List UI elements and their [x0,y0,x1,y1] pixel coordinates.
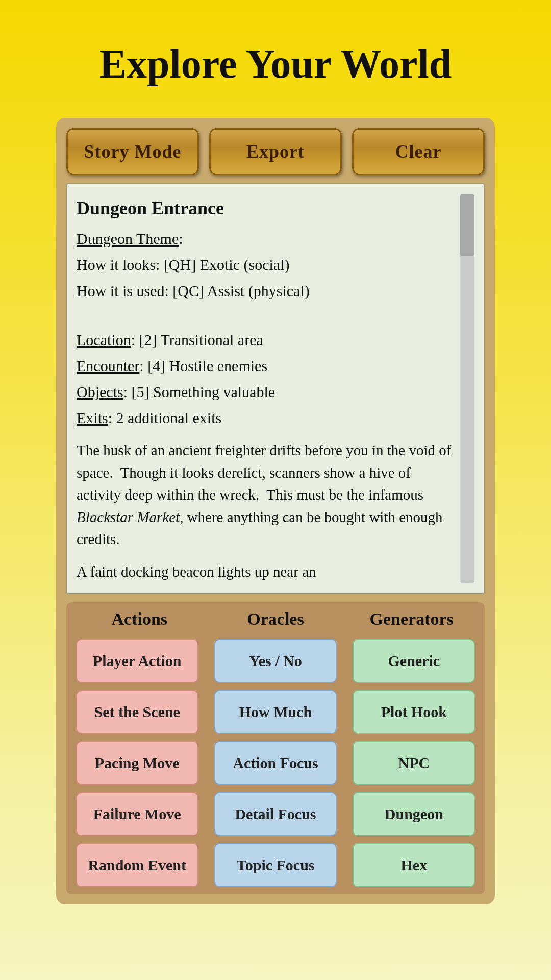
topic-focus-button[interactable]: Topic Focus [214,843,337,887]
hex-button[interactable]: Hex [353,843,475,887]
pacing-move-button[interactable]: Pacing Move [76,741,198,785]
story-title: Dungeon Entrance [77,194,455,222]
objects-label: Objects [77,383,123,400]
button-row-1: Set the Scene How Much Plot Hook [71,690,480,734]
dungeon-theme-label: Dungeon Theme [77,230,179,247]
story-paragraph-2: A faint docking beacon lights up near an [77,561,455,583]
set-the-scene-button[interactable]: Set the Scene [76,690,198,734]
story-location: Location: [2] Transitional area [77,328,455,351]
encounter-label: Encounter [77,357,139,374]
oracles-column-header: Oracles [214,609,337,629]
story-objects: Objects: [5] Something valuable [77,380,455,403]
dungeon-button[interactable]: Dungeon [353,792,475,836]
objects-value: [5] Something valuable [131,383,275,400]
random-event-button[interactable]: Random Event [76,843,198,887]
location-label: Location [77,331,131,348]
page-title: Explore Your World [0,0,551,118]
scrollbar[interactable] [460,194,474,583]
exits-label: Exits [77,409,108,426]
story-area: Dungeon Entrance Dungeon Theme: How it l… [66,183,485,594]
button-row-2: Pacing Move Action Focus NPC [71,741,480,785]
yes-no-button[interactable]: Yes / No [214,639,337,683]
story-mode-button[interactable]: Story Mode [66,128,199,175]
export-button[interactable]: Export [209,128,342,175]
story-text: Dungeon Entrance Dungeon Theme: How it l… [77,194,455,583]
story-how-used: How it is used: [QC] Assist (physical) [77,279,455,302]
button-row-4: Random Event Topic Focus Hex [71,843,480,887]
action-focus-button[interactable]: Action Focus [214,741,337,785]
story-encounter: Encounter: [4] Hostile enemies [77,354,455,377]
failure-move-button[interactable]: Failure Move [76,792,198,836]
columns-header: Actions Oracles Generators [71,609,480,629]
npc-button[interactable]: NPC [353,741,475,785]
story-exits: Exits: 2 additional exits [77,406,455,429]
button-grid: Player Action Yes / No Generic Set the S… [71,639,480,887]
encounter-value: [4] Hostile enemies [147,357,267,374]
player-action-button[interactable]: Player Action [76,639,198,683]
story-how-looks: How it looks: [QH] Exotic (social) [77,253,455,276]
generic-button[interactable]: Generic [353,639,475,683]
story-dungeon-theme: Dungeon Theme: [77,227,455,250]
blackstar-market-italic: Blackstar Market [77,509,180,525]
location-value: [2] Transitional area [139,331,263,348]
detail-focus-button[interactable]: Detail Focus [214,792,337,836]
clear-button[interactable]: Clear [352,128,485,175]
exits-value: 2 additional exits [116,409,222,426]
button-row-3: Failure Move Detail Focus Dungeon [71,792,480,836]
actions-column-header: Actions [78,609,201,629]
story-paragraph-1: The husk of an ancient freighter drifts … [77,439,455,551]
bottom-section: Actions Oracles Generators Player Action… [66,602,485,894]
toolbar: Story Mode Export Clear [66,128,485,175]
generators-column-header: Generators [350,609,473,629]
app-container: Story Mode Export Clear Dungeon Entrance… [56,118,495,904]
how-much-button[interactable]: How Much [214,690,337,734]
plot-hook-button[interactable]: Plot Hook [353,690,475,734]
button-row-0: Player Action Yes / No Generic [71,639,480,683]
scrollbar-thumb [460,194,474,256]
